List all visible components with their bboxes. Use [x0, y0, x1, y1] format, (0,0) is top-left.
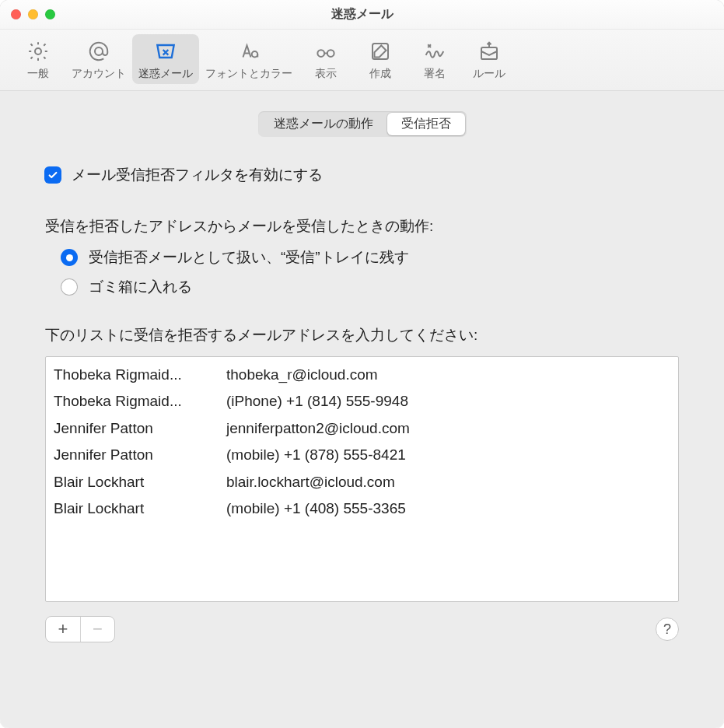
list-item[interactable]: Thobeka Rigmaid... (iPhone) +1 (814) 555…	[54, 388, 670, 415]
window-title: 迷惑メール	[11, 6, 713, 23]
toolbar-signatures-label: 署名	[424, 67, 446, 81]
radio-move-to-trash[interactable]	[61, 278, 78, 296]
when-received-label: 受信を拒否したアドレスからメールを受信したときの動作:	[45, 216, 679, 236]
titlebar: 迷惑メール	[0, 0, 724, 30]
list-item-name: Thobeka Rigmaid...	[54, 390, 209, 413]
list-item[interactable]: Blair Lockhart (mobile) +1 (408) 555-336…	[54, 495, 670, 522]
list-item[interactable]: Jennifer Patton jenniferpatton2@icloud.c…	[54, 415, 670, 442]
preferences-toolbar: 一般 アカウント 迷惑メール フォントとカラー 表示	[0, 30, 724, 91]
junk-bin-icon	[152, 39, 180, 64]
toolbar-junk[interactable]: 迷惑メール	[132, 34, 199, 84]
list-item[interactable]: Blair Lockhart blair.lockhart@icloud.com	[54, 469, 670, 495]
toolbar-general[interactable]: 一般	[11, 34, 65, 84]
signature-icon	[421, 39, 449, 64]
svg-point-0	[35, 48, 41, 54]
window-controls	[11, 9, 55, 19]
tab-segment: 迷惑メールの動作 受信拒否	[258, 111, 467, 137]
enable-blocked-filter-label: メール受信拒否フィルタを有効にする	[72, 165, 323, 185]
toolbar-rules-label: ルール	[473, 67, 505, 81]
svg-point-2	[252, 51, 258, 58]
minimize-icon[interactable]	[28, 9, 38, 19]
preferences-window: 迷惑メール 一般 アカウント 迷惑メール フォントとカラー	[0, 0, 724, 728]
zoom-icon[interactable]	[45, 9, 55, 19]
gear-icon	[24, 39, 52, 64]
list-item-contact: blair.lockhart@icloud.com	[226, 471, 670, 494]
toolbar-compose-label: 作成	[369, 67, 391, 81]
toolbar-viewing-label: 表示	[315, 67, 337, 81]
toolbar-rules[interactable]: ルール	[462, 34, 516, 84]
svg-point-1	[95, 47, 103, 55]
blocked-addresses-list[interactable]: Thobeka Rigmaid... thobeka_r@icloud.com …	[45, 356, 679, 602]
list-item-contact: jenniferpatton2@icloud.com	[226, 417, 670, 440]
list-item-name: Jennifer Patton	[54, 417, 209, 440]
close-icon[interactable]	[11, 9, 21, 19]
list-item[interactable]: Thobeka Rigmaid... thobeka_r@icloud.com	[54, 362, 670, 388]
help-button[interactable]: ?	[656, 618, 679, 641]
toolbar-compose[interactable]: 作成	[353, 34, 407, 84]
fonts-icon	[235, 39, 263, 64]
radio-keep-in-inbox-label: 受信拒否メールとして扱い、“受信”トレイに残す	[89, 247, 409, 268]
radio-move-to-trash-label: ゴミ箱に入れる	[89, 277, 192, 297]
list-item-name: Jennifer Patton	[54, 443, 209, 467]
list-item-contact: thobeka_r@icloud.com	[226, 363, 670, 387]
tab-blocked[interactable]: 受信拒否	[387, 113, 465, 135]
compose-icon	[366, 39, 394, 64]
radio-keep-in-inbox[interactable]	[61, 249, 78, 266]
list-item-contact: (iPhone) +1 (814) 555-9948	[226, 390, 670, 413]
radio-move-to-trash-row: ゴミ箱に入れる	[61, 277, 679, 297]
toolbar-signatures[interactable]: 署名	[407, 34, 462, 84]
list-item-name: Thobeka Rigmaid...	[54, 363, 209, 387]
toolbar-fonts[interactable]: フォントとカラー	[199, 34, 299, 84]
blocked-action-radiogroup: 受信拒否メールとして扱い、“受信”トレイに残す ゴミ箱に入れる	[45, 247, 679, 297]
list-item-contact: (mobile) +1 (408) 555-3365	[226, 497, 670, 520]
toolbar-accounts[interactable]: アカウント	[65, 34, 132, 84]
list-footer-controls: + − ?	[45, 616, 679, 642]
add-button[interactable]: +	[46, 617, 80, 642]
svg-point-4	[327, 50, 334, 57]
list-item[interactable]: Jennifer Patton (mobile) +1 (878) 555-84…	[54, 442, 670, 468]
radio-keep-in-inbox-row: 受信拒否メールとして扱い、“受信”トレイに残す	[61, 247, 679, 268]
list-item-contact: (mobile) +1 (878) 555-8421	[226, 443, 670, 467]
toolbar-accounts-label: アカウント	[72, 67, 126, 81]
list-item-name: Blair Lockhart	[54, 497, 209, 520]
add-remove-control: + −	[45, 616, 115, 642]
toolbar-general-label: 一般	[27, 67, 49, 81]
list-item-name: Blair Lockhart	[54, 471, 209, 494]
enable-blocked-filter-checkbox[interactable]	[45, 167, 61, 183]
content-area: 迷惑メールの動作 受信拒否 メール受信拒否フィルタを有効にする 受信を拒否したア…	[0, 91, 724, 728]
glasses-icon	[312, 39, 340, 64]
rules-icon	[475, 39, 503, 64]
at-icon	[85, 39, 113, 64]
blocked-list-label: 下のリストに受信を拒否するメールアドレスを入力してください:	[45, 325, 679, 345]
toolbar-fonts-label: フォントとカラー	[205, 67, 292, 81]
toolbar-viewing[interactable]: 表示	[299, 34, 353, 84]
enable-blocked-filter-row: メール受信拒否フィルタを有効にする	[45, 165, 679, 185]
tab-junk-behavior[interactable]: 迷惑メールの動作	[260, 113, 387, 135]
svg-point-3	[317, 50, 324, 57]
toolbar-junk-label: 迷惑メール	[138, 67, 193, 81]
remove-button[interactable]: −	[80, 617, 114, 642]
